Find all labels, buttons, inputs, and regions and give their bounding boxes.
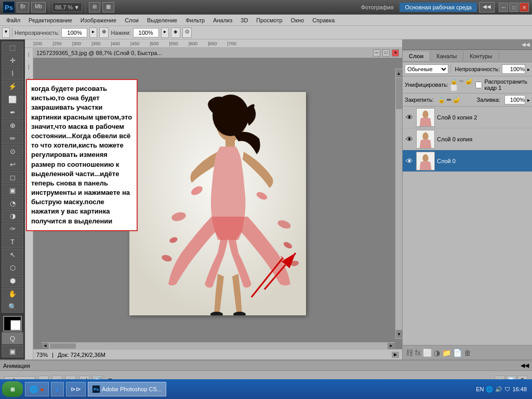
start-button[interactable]: ⊞ bbox=[2, 381, 23, 397]
workspace-main[interactable]: Основная рабочая среда bbox=[400, 3, 477, 12]
blend-mode-select[interactable]: Обычные bbox=[405, 64, 448, 74]
tool-eraser[interactable]: ◻ bbox=[2, 171, 23, 183]
tool-gradient[interactable]: ▣ bbox=[2, 184, 23, 196]
fill-value[interactable] bbox=[504, 95, 525, 104]
layer-link-btn[interactable]: ⛓ bbox=[406, 349, 413, 357]
extra-workspaces[interactable]: ◀◀ bbox=[479, 2, 495, 12]
anim-collapse-btn[interactable]: ◀◀ bbox=[521, 362, 529, 369]
tool-blur[interactable]: ◔ bbox=[2, 197, 23, 209]
menubar: Файл Редактирование Изображение Слои Выд… bbox=[0, 15, 532, 26]
brush-preset-btn[interactable]: ▾ bbox=[2, 28, 10, 38]
status-arrow[interactable]: ▶ bbox=[392, 352, 399, 358]
minimize-btn[interactable]: ─ bbox=[499, 3, 508, 12]
antivirus-icon: 🛡 bbox=[504, 386, 510, 392]
unify-icons: 🔒 ✏ 🔐 ⬜ bbox=[450, 78, 473, 91]
opacity-input[interactable] bbox=[61, 28, 87, 37]
tool-eyedropper[interactable]: ✒ bbox=[2, 107, 23, 119]
spread-frame-check[interactable] bbox=[475, 82, 482, 88]
scrollbar-vertical[interactable]: ▲ ▼ bbox=[395, 69, 402, 339]
bridge-btn[interactable]: Br bbox=[17, 2, 29, 12]
optionsbar: ▾ Непрозрачность: ▸ ⊛ Нажим: ▸ ◈ ⊙ bbox=[0, 26, 532, 39]
layer-visibility-0[interactable]: 👁 bbox=[405, 156, 414, 166]
maximize-btn[interactable]: □ bbox=[509, 3, 518, 12]
press-arrow[interactable]: ▸ bbox=[161, 28, 169, 38]
tool-history[interactable]: ↩ bbox=[2, 158, 23, 170]
menu-edit[interactable]: Редактирование bbox=[24, 16, 76, 24]
scrollbar-horizontal[interactable]: ◄ ► bbox=[42, 342, 395, 349]
layer-fx-btn[interactable]: fx bbox=[415, 349, 421, 357]
tool-shape[interactable]: ⬡ bbox=[2, 262, 23, 274]
opacity-arrow[interactable]: ▸ bbox=[89, 28, 97, 38]
minibrige-btn[interactable]: Mb bbox=[31, 2, 46, 12]
doc-close-btn[interactable]: ✕ bbox=[392, 49, 399, 57]
layer-visibility-0copy2[interactable]: 👁 bbox=[405, 113, 414, 122]
photoshop-taskbar-btn[interactable]: Ps Adobe Photoshop CS... bbox=[88, 382, 166, 396]
layer-adj-btn[interactable]: ◑ bbox=[434, 349, 440, 357]
press-input[interactable] bbox=[133, 28, 159, 37]
layer-item-0[interactable]: 👁 Слой 0 bbox=[403, 150, 532, 172]
menu-window[interactable]: Окно bbox=[287, 16, 309, 24]
tool-clone[interactable]: ⊙ bbox=[2, 145, 23, 157]
doc-maximize-btn[interactable]: □ bbox=[382, 49, 390, 57]
tablet-btn[interactable]: ◈ bbox=[171, 28, 180, 38]
fill-arrow[interactable]: ▸ bbox=[527, 97, 530, 103]
menu-view[interactable]: Просмотр bbox=[252, 16, 286, 24]
tool-pen[interactable]: ✑ bbox=[2, 223, 23, 235]
delete-layer-btn[interactable]: 🗑 bbox=[464, 349, 471, 357]
unify-label: Унифицировать: bbox=[405, 82, 448, 88]
ie-btn[interactable]: e bbox=[51, 382, 64, 396]
airbrush-btn[interactable]: ⊛ bbox=[99, 28, 109, 38]
tool-lasso[interactable]: ⌇ bbox=[2, 68, 23, 80]
menu-3d[interactable]: 3D bbox=[236, 16, 252, 24]
tab-paths[interactable]: Контуры bbox=[463, 51, 499, 61]
menu-help[interactable]: Справка bbox=[308, 16, 339, 24]
menu-file[interactable]: Файл bbox=[2, 16, 24, 24]
document-titlebar: 1257239365_53.jpg @ 88,7% (Слой 0, Быстр… bbox=[33, 48, 402, 58]
layer-mask-btn[interactable]: ⬜ bbox=[423, 349, 432, 357]
tool-marquee[interactable]: ⬚ bbox=[2, 42, 23, 54]
tool-crop[interactable]: ⬜ bbox=[2, 94, 23, 106]
tool-move[interactable]: ✛ bbox=[2, 55, 23, 67]
layer-folder-btn[interactable]: 📁 bbox=[442, 349, 451, 357]
tool-text[interactable]: T bbox=[2, 236, 23, 248]
main-workspace: ⬚ ✛ ⌇ ⚡ ⬜ ✒ ⊕ ✏ ⊙ ↩ ◻ ▣ ◔ ◑ ✑ T ↖ ⬡ ⬢ ✋ … bbox=[0, 39, 532, 360]
tool-healing[interactable]: ⊕ bbox=[2, 119, 23, 132]
layer-visibility-0copy[interactable]: 👁 bbox=[405, 135, 414, 144]
tool-dodge[interactable]: ◑ bbox=[2, 210, 23, 222]
tool-3d[interactable]: ⬢ bbox=[2, 275, 23, 287]
tool-brush[interactable]: ✏ bbox=[2, 132, 23, 144]
quick-mask-btn[interactable]: Q bbox=[2, 332, 23, 344]
arrange-btn[interactable]: ▦ bbox=[102, 2, 114, 12]
extra-btn[interactable]: ⊙ bbox=[182, 28, 192, 38]
layer-item-0copy[interactable]: 👁 Слой 0 копия bbox=[403, 128, 532, 150]
view-btn[interactable]: ⊞ bbox=[89, 2, 100, 12]
lock-row: Закрепить: 🔒 ✏ 🔐 Заливка: ▸ bbox=[403, 94, 532, 107]
screen-mode-btn[interactable]: ▣ bbox=[2, 345, 23, 357]
new-layer-btn[interactable]: 📄 bbox=[453, 349, 462, 357]
zoom-control[interactable]: 88,7 % ▼ bbox=[52, 3, 82, 12]
layer-item-0copy2[interactable]: 👁 Слой 0 копия 2 bbox=[403, 107, 532, 128]
tool-path-select[interactable]: ↖ bbox=[2, 249, 23, 261]
folder-nav-btn[interactable]: ⊳⊳ bbox=[66, 382, 86, 396]
close-btn[interactable]: ✕ bbox=[520, 3, 529, 12]
volume-icon: 🔊 bbox=[495, 386, 502, 393]
tab-layers[interactable]: Слои bbox=[403, 51, 430, 61]
fg-bg-colors[interactable] bbox=[3, 316, 22, 331]
opacity-value[interactable] bbox=[502, 64, 525, 74]
tool-zoom[interactable]: 🔍 bbox=[2, 300, 23, 313]
collapse-panels-btn[interactable]: ◀◀ bbox=[522, 42, 530, 47]
menu-analysis[interactable]: Анализ bbox=[209, 16, 236, 24]
menu-layers[interactable]: Слои bbox=[121, 16, 143, 24]
workspace-photography[interactable]: Фотография bbox=[357, 3, 398, 11]
layers-list: 👁 Слой 0 копия 2 👁 bbox=[403, 107, 532, 345]
opacity-arrow[interactable]: ▸ bbox=[527, 66, 530, 72]
menu-filter[interactable]: Фильтр bbox=[181, 16, 209, 24]
browser-btn[interactable]: 🌐 ● bbox=[25, 382, 49, 396]
anim-header: Анимация ◀◀ bbox=[0, 361, 532, 371]
tab-channels[interactable]: Каналы bbox=[430, 51, 463, 61]
menu-image[interactable]: Изображение bbox=[76, 16, 121, 24]
doc-minimize-btn[interactable]: ─ bbox=[373, 49, 380, 57]
menu-select[interactable]: Выделение bbox=[143, 16, 181, 24]
tool-magic-wand[interactable]: ⚡ bbox=[2, 81, 23, 93]
tool-hand[interactable]: ✋ bbox=[2, 288, 23, 300]
